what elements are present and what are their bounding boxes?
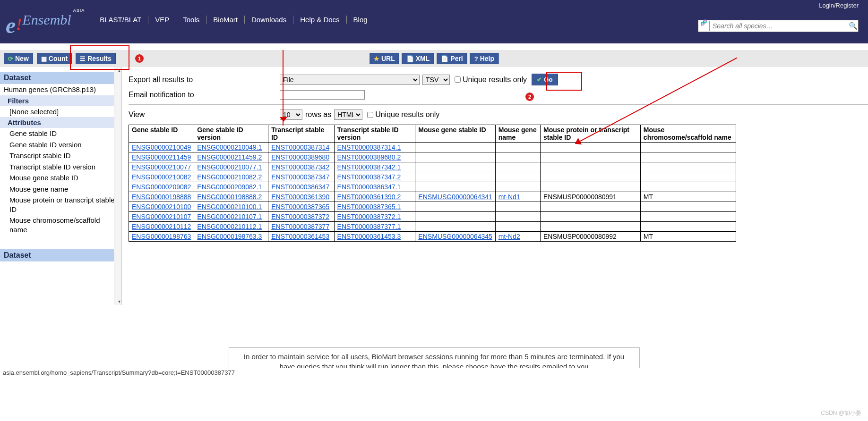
nav-blog[interactable]: Blog [347, 16, 374, 24]
sidebar-filters-none: [None selected] [0, 106, 121, 118]
species-selector-icon[interactable]: 🧬▾ [698, 21, 710, 31]
id-link[interactable]: ENSG00000210049.1 [197, 143, 262, 151]
id-link[interactable]: ENSG00000210107.1 [197, 213, 262, 220]
id-link[interactable]: ENSG00000210100.1 [197, 203, 262, 210]
id-link[interactable]: ENST00000387372 [271, 213, 329, 220]
table-cell [415, 202, 495, 212]
scroll-up-icon[interactable]: ▴ [118, 68, 120, 73]
scroll-down-icon[interactable]: ▾ [118, 299, 120, 304]
table-cell [415, 212, 495, 222]
id-link[interactable]: ENST00000386347 [271, 183, 329, 191]
export-dest-select[interactable]: File [280, 75, 420, 85]
table-cell [541, 152, 641, 162]
id-link[interactable]: ENSG00000211459.2 [197, 153, 262, 161]
new-button[interactable]: ⟳New [4, 53, 33, 64]
table-cell [640, 202, 736, 212]
table-cell: ENST00000387347.2 [334, 172, 415, 182]
table-cell [495, 212, 540, 222]
id-link[interactable]: ENSMUSG00000064341 [418, 193, 492, 201]
id-link[interactable]: ENSG00000209082.1 [197, 183, 262, 191]
perl-button[interactable]: 📄Perl [437, 53, 467, 64]
search-box: 🧬▾ 🔍 [698, 20, 859, 32]
view-count-select[interactable]: 10 [280, 109, 302, 120]
nav-vep[interactable]: VEP [148, 16, 176, 24]
sidebar-dataset-head-2[interactable]: Dataset [0, 249, 121, 261]
table-cell: ENST00000387342.1 [334, 162, 415, 172]
export-format-select[interactable]: TSV [422, 75, 450, 85]
sidebar-scrollbar[interactable] [114, 67, 121, 305]
id-link[interactable]: ENST00000361390 [271, 193, 329, 201]
nav-help[interactable]: Help & Docs [293, 16, 346, 24]
id-link[interactable]: ENSMUSG00000064345 [418, 233, 492, 240]
sidebar-dataset-head[interactable]: Dataset [0, 72, 121, 84]
table-cell: ENSG00000210049 [129, 143, 194, 152]
id-link[interactable]: ENSG00000210077 [132, 163, 191, 171]
results-table: Gene stable IDGene stable ID versionTran… [129, 125, 736, 242]
id-link[interactable]: ENST00000361453 [271, 233, 329, 240]
id-link[interactable]: ENST00000389680.2 [337, 153, 401, 161]
id-link[interactable]: ENSG00000198888.2 [197, 193, 262, 201]
id-link[interactable]: ENST00000387342.1 [337, 163, 401, 171]
annotation-marker-1: 1 [135, 54, 144, 63]
login-link[interactable]: Login/Register [819, 2, 859, 9]
id-link[interactable]: ENST00000386347.1 [337, 183, 401, 191]
id-link[interactable]: ENST00000387342 [271, 163, 329, 171]
id-link[interactable]: ENSG00000209082 [132, 183, 191, 191]
table-cell: MT [640, 232, 736, 242]
ensembl-logo[interactable]: e! Ensembl ASIA [6, 17, 83, 34]
table-cell [640, 222, 736, 232]
id-link[interactable]: ENST00000387365 [271, 203, 329, 210]
id-link[interactable]: ENST00000387314 [271, 143, 329, 151]
email-input[interactable] [280, 90, 365, 100]
table-cell: ENST00000387372.1 [334, 212, 415, 222]
table-cell [640, 172, 736, 182]
id-link[interactable]: ENSG00000210100 [132, 203, 191, 210]
id-link[interactable]: ENSG00000210082 [132, 173, 191, 181]
xml-button[interactable]: 📄XML [402, 53, 434, 64]
sidebar-attributes-head[interactable]: Attributes [0, 117, 121, 128]
help-button[interactable]: ?Help [470, 53, 498, 64]
id-link[interactable]: ENST00000387377 [271, 223, 329, 230]
view-unique-checkbox[interactable] [367, 112, 373, 118]
go-button[interactable]: ✔Go [532, 74, 558, 85]
id-link[interactable]: ENST00000387314.1 [337, 143, 401, 151]
id-link[interactable]: ENSG00000198763 [132, 233, 191, 240]
sidebar-dataset-value[interactable]: Human genes (GRCh38.p13) [0, 84, 121, 95]
table-cell: ENST00000387314.1 [334, 143, 415, 152]
id-link[interactable]: ENST00000387347.2 [337, 173, 401, 181]
nav-downloads[interactable]: Downloads [245, 16, 293, 24]
annotation-marker-2: 2 [525, 93, 534, 101]
url-button[interactable]: ★URL [370, 53, 399, 64]
id-link[interactable]: ENSG00000210049 [132, 143, 191, 151]
search-icon[interactable]: 🔍 [848, 22, 858, 30]
id-link[interactable]: ENSG00000210112 [132, 223, 191, 230]
id-link[interactable]: ENSG00000210082.2 [197, 173, 262, 181]
id-link[interactable]: mt-Nd1 [498, 193, 520, 201]
id-link[interactable]: ENST00000361390.2 [337, 193, 401, 201]
id-link[interactable]: ENSG00000210112.1 [197, 223, 262, 230]
search-input[interactable] [710, 22, 848, 30]
table-cell [415, 143, 495, 152]
id-link[interactable]: ENST00000389680 [271, 153, 329, 161]
id-link[interactable]: ENSG00000210107 [132, 213, 191, 220]
nav-blast[interactable]: BLAST/BLAT [93, 16, 148, 24]
id-link[interactable]: ENST00000387365.1 [337, 203, 401, 210]
id-link[interactable]: ENSG00000210077.1 [197, 163, 262, 171]
id-link[interactable]: ENST00000361453.3 [337, 233, 401, 240]
nav-tools[interactable]: Tools [176, 16, 206, 24]
export-unique-checkbox[interactable] [455, 76, 461, 83]
id-link[interactable]: ENST00000387372.1 [337, 213, 401, 220]
id-link[interactable]: ENST00000387347 [271, 173, 329, 181]
table-cell: ENSG00000210107 [129, 212, 194, 222]
id-link[interactable]: ENSG00000211459 [132, 153, 191, 161]
nav-biomart[interactable]: BioMart [206, 16, 245, 24]
id-link[interactable]: ENSG00000198888 [132, 193, 191, 201]
id-link[interactable]: mt-Nd2 [498, 233, 520, 240]
table-row: ENSG00000210049ENSG00000210049.1ENST0000… [129, 143, 736, 152]
count-button[interactable]: ▦Count [37, 53, 72, 64]
sidebar-filters-head[interactable]: Filters [0, 95, 121, 106]
id-link[interactable]: ENST00000387377.1 [337, 223, 401, 230]
view-format-select[interactable]: HTML [334, 109, 362, 120]
results-button[interactable]: ☰Results [76, 53, 116, 64]
id-link[interactable]: ENSG00000198763.3 [197, 233, 262, 240]
